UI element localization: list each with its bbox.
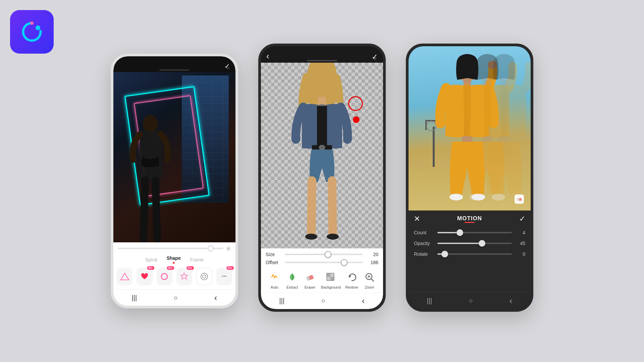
- tool-zoom[interactable]: Zoom: [363, 270, 376, 289]
- opacity-slider[interactable]: [437, 243, 512, 244]
- offset-slider[interactable]: [285, 262, 363, 263]
- phone3: ✕ MOTION ✓ Count 4: [406, 44, 533, 312]
- eraser-cursor-icon: [515, 194, 524, 204]
- nav2-back-icon[interactable]: ‹: [362, 296, 365, 306]
- motion-close-button[interactable]: ✕: [414, 215, 420, 223]
- nav2-menu-icon[interactable]: |||: [279, 297, 285, 305]
- count-row: Count 4: [409, 227, 531, 238]
- count-slider[interactable]: [437, 232, 512, 233]
- phone2-nav: ||| ○ ‹: [261, 293, 383, 309]
- svg-rect-24: [330, 277, 334, 281]
- phone1-image: [113, 72, 235, 242]
- auto-tool-label: Auto: [271, 285, 278, 289]
- phone1: ✓: [111, 54, 238, 308]
- pro-badge-star: Pro: [186, 266, 194, 270]
- svg-line-28: [371, 279, 374, 281]
- tool-auto[interactable]: Auto: [268, 270, 281, 289]
- svg-text:•••: •••: [222, 274, 227, 279]
- tab-frame[interactable]: Frame: [190, 257, 204, 262]
- svg-rect-12: [317, 106, 327, 148]
- app-logo[interactable]: [10, 10, 54, 54]
- phone2-controls: Size 20 Offset 186: [261, 248, 383, 293]
- tool-eraser[interactable]: Eraser: [303, 270, 317, 289]
- offset-control-row: Offset 186: [266, 260, 378, 265]
- nav3-home-icon[interactable]: ○: [469, 297, 473, 305]
- motion-underline: [465, 222, 475, 223]
- phone1-check-button[interactable]: ✓: [224, 62, 230, 70]
- rotate-row: Rotate 0: [409, 249, 531, 259]
- svg-point-34: [427, 121, 436, 131]
- nav3-back-icon[interactable]: ‹: [509, 296, 513, 306]
- opacity-slider-thumb[interactable]: [479, 240, 485, 247]
- opacity-row: Opacity 45: [409, 238, 531, 249]
- restore-tool-label: Restore: [345, 285, 358, 289]
- count-slider-thumb[interactable]: [457, 229, 463, 236]
- pro-badge-more: Pro: [226, 266, 234, 270]
- eraser-icon: ◉: [226, 245, 231, 251]
- nav-home-icon[interactable]: ○: [173, 294, 177, 302]
- tool-extract[interactable]: Extract: [285, 270, 299, 289]
- svg-rect-21: [327, 273, 330, 277]
- tab-spiral[interactable]: Spiral: [145, 257, 157, 262]
- size-value: 20: [366, 252, 378, 257]
- phone2-tools: Auto Extract: [266, 268, 378, 291]
- phone1-nav: ||| ○ ‹: [113, 289, 235, 306]
- eraser-tool-label: Eraser: [305, 285, 315, 289]
- zoom-tool-label: Zoom: [365, 285, 374, 289]
- phone2-check-button[interactable]: ✓: [372, 53, 378, 61]
- size-control-row: Size 20: [266, 252, 378, 257]
- phone2-image: [261, 63, 383, 248]
- size-slider-thumb[interactable]: [325, 251, 331, 258]
- phone1-slider-track[interactable]: [118, 248, 223, 249]
- svg-point-5: [161, 274, 167, 280]
- svg-rect-31: [433, 127, 435, 167]
- svg-point-3: [143, 115, 158, 133]
- opacity-label: Opacity: [414, 241, 434, 246]
- offset-value: 186: [366, 260, 378, 265]
- shape-star[interactable]: Pro: [176, 268, 192, 285]
- svg-point-2: [30, 21, 34, 25]
- rotate-slider-thumb[interactable]: [441, 251, 448, 257]
- svg-marker-4: [121, 273, 129, 280]
- scene: ✓: [0, 0, 644, 362]
- pro-badge-ring: Pro: [167, 266, 174, 270]
- extract-tool-label: Extract: [286, 285, 298, 289]
- background-tool-label: Background: [321, 285, 341, 289]
- shape-more[interactable]: Pro •••: [216, 268, 232, 285]
- svg-point-1: [36, 25, 40, 30]
- rotate-slider[interactable]: [437, 253, 512, 255]
- shape-triangle[interactable]: [117, 268, 132, 285]
- svg-marker-6: [181, 273, 187, 279]
- phone1-slider-row: ◉: [113, 242, 235, 254]
- shape-circle-ring[interactable]: Pro: [157, 268, 172, 285]
- svg-point-8: [203, 275, 206, 278]
- phone3-controls: ✕ MOTION ✓ Count 4: [409, 210, 531, 292]
- phone2-back-button[interactable]: ‹: [266, 51, 269, 61]
- size-slider[interactable]: [285, 254, 363, 255]
- tab-shape[interactable]: Shape: [167, 255, 181, 264]
- svg-rect-23: [327, 277, 330, 281]
- offset-slider-thumb[interactable]: [341, 259, 347, 266]
- nav-back-icon[interactable]: ‹: [214, 293, 217, 303]
- tool-background[interactable]: Background: [321, 270, 341, 289]
- offset-label: Offset: [266, 260, 282, 265]
- tool-restore[interactable]: Restore: [345, 270, 359, 289]
- shape-heart[interactable]: Pro: [137, 268, 152, 285]
- svg-point-16: [305, 234, 317, 240]
- phone3-image: [409, 46, 531, 210]
- count-value: 4: [515, 230, 525, 235]
- size-label: Size: [266, 252, 282, 257]
- rotate-value: 0: [515, 251, 525, 257]
- svg-rect-22: [330, 273, 334, 277]
- rotate-label: Rotate: [414, 251, 434, 257]
- motion-check-button[interactable]: ✓: [519, 215, 525, 223]
- svg-rect-50: [519, 198, 522, 201]
- svg-point-7: [201, 273, 208, 280]
- motion-title: MOTION: [420, 215, 519, 222]
- nav2-home-icon[interactable]: ○: [321, 297, 325, 305]
- count-label: Count: [414, 230, 434, 235]
- shape-ring-active[interactable]: [196, 268, 212, 285]
- nav3-menu-icon[interactable]: |||: [427, 297, 432, 305]
- svg-point-17: [327, 234, 339, 240]
- nav-menu-icon[interactable]: |||: [132, 294, 137, 302]
